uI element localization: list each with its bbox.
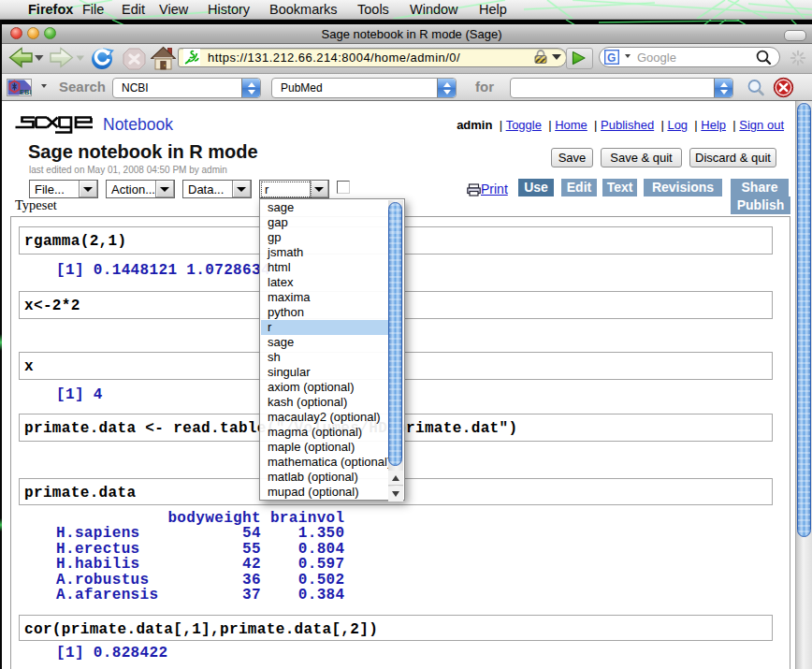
svg-text:EBI: EBI [20,88,32,96]
svg-text:G: G [607,51,616,65]
